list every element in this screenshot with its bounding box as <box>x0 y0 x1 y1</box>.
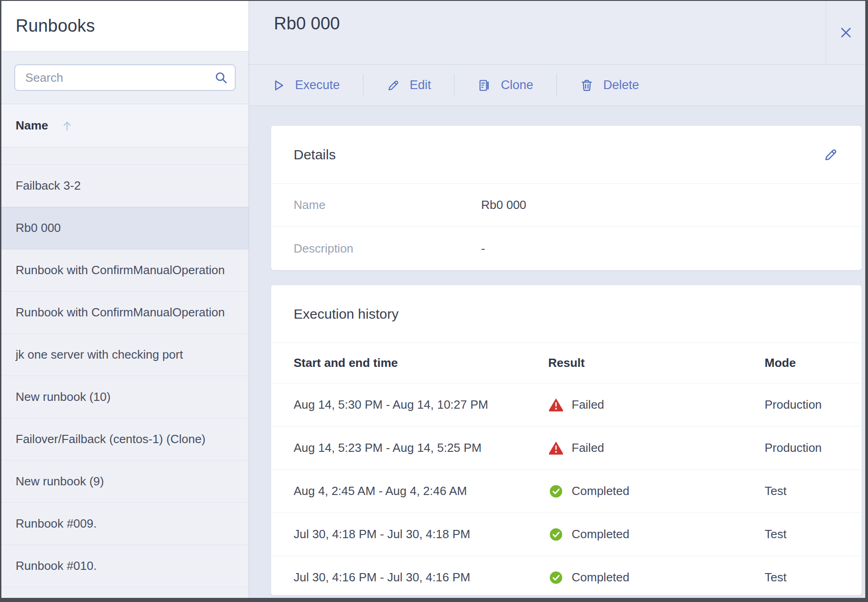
sidebar-search-section <box>1 51 249 104</box>
completed-check-icon <box>548 527 564 542</box>
detail-field-description: Description - <box>271 227 862 270</box>
cell-mode: Test <box>765 527 862 541</box>
cell-result: Failed <box>548 397 765 413</box>
column-header-mode: Mode <box>765 356 862 370</box>
app-window: Runbooks Name <box>0 0 868 602</box>
details-card-header: Details <box>271 126 862 184</box>
cell-mode: Production <box>765 441 862 455</box>
list-item-label: New runbook (10) <box>16 390 111 404</box>
trash-icon <box>580 79 594 92</box>
toolbar-divider <box>363 74 363 97</box>
runbook-list: Failback 3-2 Rb0 000 Runbook with Confir… <box>1 147 249 598</box>
history-table-body: Aug 14, 5:30 PM - Aug 14, 10:27 PM <box>271 383 862 596</box>
detail-title: Rb0 000 <box>274 14 340 34</box>
list-item[interactable]: Failover/Failback (centos-1) (Clone) <box>1 418 249 461</box>
list-item[interactable]: Runbook with ConfirmManualOperation <box>1 292 249 334</box>
pencil-icon <box>386 79 400 92</box>
list-item[interactable]: jk one server with checking port <box>1 334 249 376</box>
page-title: Runbooks <box>16 16 95 36</box>
cell-start-end-time: Jul 30, 4:16 PM - Jul 30, 4:16 PM <box>294 570 548 585</box>
table-row[interactable]: Aug 14, 5:23 PM - Aug 14, 5:25 PM <box>271 426 862 469</box>
list-item[interactable]: Runbook #010. <box>1 545 249 587</box>
cell-result: Failed <box>548 440 765 456</box>
list-item-label: Failback 3-2 <box>16 179 81 193</box>
result-label: Completed <box>572 570 630 585</box>
clone-label: Clone <box>501 78 533 92</box>
history-card-header: Execution history <box>271 285 862 343</box>
table-row[interactable]: Aug 4, 2:45 AM - Aug 4, 2:46 AM <box>271 469 862 512</box>
detail-toolbar: Execute Edit <box>249 65 865 106</box>
edit-button[interactable]: Edit <box>386 78 431 92</box>
toolbar-divider <box>454 74 454 97</box>
failed-warning-icon <box>548 397 564 413</box>
search-icon[interactable] <box>214 70 228 85</box>
sidebar-header: Runbooks <box>1 1 249 51</box>
close-icon <box>838 24 854 41</box>
runbook-list-items: Failback 3-2 Rb0 000 Runbook with Confir… <box>1 165 249 587</box>
result-label: Failed <box>572 398 604 412</box>
cell-mode: Test <box>765 484 862 498</box>
execute-button[interactable]: Execute <box>272 78 340 92</box>
cell-mode: Production <box>765 398 862 412</box>
table-row[interactable]: Jul 30, 4:18 PM - Jul 30, 4:18 PM <box>271 512 862 556</box>
failed-warning-icon <box>548 440 564 456</box>
clone-button[interactable]: Clone <box>477 78 533 92</box>
sort-column-label[interactable]: Name <box>16 118 48 133</box>
list-item-label: jk one server with checking port <box>16 348 183 362</box>
list-item[interactable]: Runbook #009. <box>1 503 249 545</box>
edit-details-pencil-icon[interactable] <box>823 147 839 163</box>
cell-start-end-time: Aug 14, 5:23 PM - Aug 14, 5:25 PM <box>294 441 548 455</box>
cell-start-end-time: Aug 4, 2:45 AM - Aug 4, 2:46 AM <box>294 484 548 498</box>
list-item-partial[interactable] <box>1 147 249 165</box>
column-header-result: Result <box>548 356 765 370</box>
detail-header: Rb0 000 <box>249 1 865 65</box>
list-item[interactable]: New runbook (9) <box>1 461 249 503</box>
table-row[interactable]: Jul 30, 4:16 PM - Jul 30, 4:16 PM <box>271 556 862 596</box>
list-item-label: Runbook #009. <box>16 517 96 531</box>
clone-icon <box>477 79 491 92</box>
detail-field-name: Name Rb0 000 <box>271 184 862 227</box>
search-input[interactable] <box>25 71 211 85</box>
execution-history-card: Execution history Start and end time Res… <box>271 285 862 596</box>
cell-result: Completed <box>548 484 765 499</box>
completed-check-icon <box>548 570 564 585</box>
cell-start-end-time: Aug 14, 5:30 PM - Aug 14, 10:27 PM <box>294 398 548 412</box>
field-label: Name <box>294 198 481 212</box>
result-label: Completed <box>572 484 630 498</box>
execute-label: Execute <box>295 78 340 92</box>
list-item[interactable]: Runbook with ConfirmManualOperation <box>1 249 249 292</box>
sort-ascending-icon[interactable] <box>61 120 73 132</box>
details-card-title: Details <box>294 147 336 163</box>
history-table-header: Start and end time Result Mode <box>271 343 862 383</box>
list-item-label: Failover/Failback (centos-1) (Clone) <box>16 432 205 446</box>
runbooks-sidebar: Runbooks Name <box>1 1 249 598</box>
delete-button[interactable]: Delete <box>580 78 639 92</box>
list-item-label: Runbook with ConfirmManualOperation <box>16 263 225 277</box>
list-item-label: Rb0 000 <box>16 221 61 235</box>
cell-result: Completed <box>548 527 765 542</box>
details-card: Details Name Rb0 000 Descripti <box>271 125 862 270</box>
list-item-label: Runbook #010. <box>16 559 96 573</box>
list-item[interactable]: New runbook (10) <box>1 376 249 418</box>
list-sort-header[interactable]: Name <box>1 104 249 147</box>
close-button[interactable] <box>826 1 865 64</box>
cell-start-end-time: Jul 30, 4:18 PM - Jul 30, 4:18 PM <box>294 527 548 541</box>
list-item-partial[interactable] <box>1 587 249 598</box>
runbook-detail-panel: Rb0 000 <box>249 1 865 598</box>
result-label: Failed <box>572 441 604 455</box>
field-value: - <box>481 242 485 256</box>
list-item[interactable]: Rb0 000 <box>1 207 249 249</box>
table-row[interactable]: Aug 14, 5:30 PM - Aug 14, 10:27 PM <box>271 383 862 426</box>
result-label: Completed <box>572 527 630 541</box>
edit-label: Edit <box>410 78 431 92</box>
search-box[interactable] <box>14 64 236 91</box>
list-item-label: New runbook (9) <box>16 474 104 489</box>
list-item[interactable]: Failback 3-2 <box>1 165 249 207</box>
toolbar-divider <box>556 74 557 97</box>
column-header-time: Start and end time <box>294 356 548 370</box>
field-label: Description <box>294 242 481 256</box>
cell-result: Completed <box>548 570 765 585</box>
list-item-label: Runbook with ConfirmManualOperation <box>16 305 225 320</box>
completed-check-icon <box>548 484 564 499</box>
history-card-title: Execution history <box>294 306 398 322</box>
